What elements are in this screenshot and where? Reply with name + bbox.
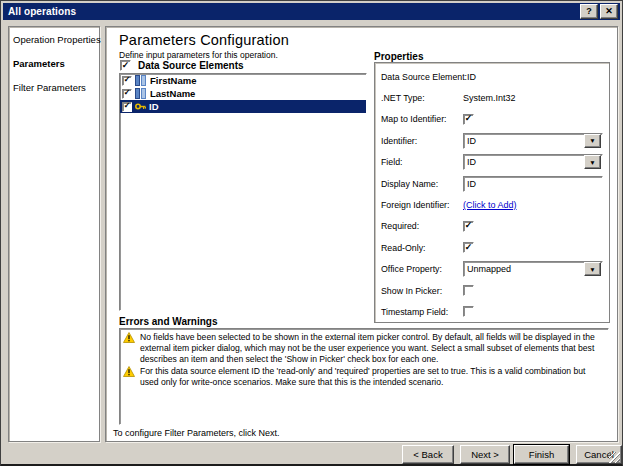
key-icon <box>135 101 146 112</box>
back-button[interactable]: < Back <box>402 445 454 464</box>
check-icon: ✓ <box>122 61 130 70</box>
read-only-checkbox[interactable]: ✓ <box>463 242 474 253</box>
warning-text: No fields have been selected to be shown… <box>140 332 604 365</box>
window-title: All operations <box>8 6 578 17</box>
tree-row-firstname[interactable]: ✓ FirstName <box>120 74 366 87</box>
dialog-window: All operations ? ✕ Operation Properties … <box>0 0 623 466</box>
next-button[interactable]: Next > <box>460 445 510 464</box>
chevron-down-icon[interactable]: ▼ <box>584 155 601 169</box>
required-checkbox[interactable]: ✓ <box>463 221 474 232</box>
timestamp-field-label: Timestamp Field: <box>381 307 463 317</box>
required-label: Required: <box>381 221 463 231</box>
property-row-read-only: Read-Only: ✓ <box>381 237 603 258</box>
identifier-dropdown[interactable]: ID ▼ <box>463 133 603 149</box>
tree-item-label: ID <box>149 101 159 112</box>
tree-item-label: FirstName <box>150 75 196 86</box>
warning-item: No fields have been selected to be shown… <box>123 332 604 365</box>
sidebar-item-label: Filter Parameters <box>13 82 86 93</box>
property-row-display-name: Display Name: <box>381 173 603 194</box>
tree-row-id[interactable]: ✓ ID <box>120 100 366 113</box>
warning-icon <box>123 366 136 388</box>
check-icon: ✓ <box>124 102 131 110</box>
foreign-identifier-add-link[interactable]: (Click to Add) <box>463 200 517 210</box>
tree-row-lastname[interactable]: ✓ LastName <box>120 87 366 100</box>
data-source-elements-label: Data Source Elements <box>138 60 244 71</box>
properties-header: Properties <box>374 51 423 62</box>
check-icon: ✓ <box>124 76 131 84</box>
close-icon: ✕ <box>605 7 613 16</box>
field-label: Field: <box>381 157 463 167</box>
chevron-down-icon[interactable]: ▼ <box>584 134 601 148</box>
data-source-elements-list[interactable]: ✓ FirstName ✓ LastName ✓ ID <box>119 73 367 311</box>
page-subtitle: Define input parameters for this operati… <box>119 50 278 60</box>
read-only-label: Read-Only: <box>381 243 463 253</box>
field-dropdown[interactable]: ID ▼ <box>463 154 603 170</box>
office-property-dropdown-value: Unmapped <box>464 264 584 274</box>
help-button[interactable]: ? <box>580 4 598 19</box>
column-icon <box>135 88 147 99</box>
chevron-down-icon[interactable]: ▼ <box>584 262 601 276</box>
data-source-elements-checkbox[interactable]: ✓ <box>120 60 131 71</box>
sidebar-item-label: Operation Properties <box>13 34 101 45</box>
property-row-timestamp-field: Timestamp Field: ✓ <box>381 301 603 322</box>
show-in-picker-label: Show In Picker: <box>381 286 463 296</box>
check-icon: ✓ <box>465 221 473 230</box>
tree-item-checkbox[interactable]: ✓ <box>122 76 132 86</box>
property-row-foreign-identifier: Foreign Identifier: (Click to Add) <box>381 194 603 215</box>
tree-item-label: LastName <box>150 88 195 99</box>
property-row-required: Required: ✓ <box>381 216 603 237</box>
help-icon: ? <box>586 7 592 16</box>
show-in-picker-checkbox[interactable]: ✓ <box>463 285 474 296</box>
errors-and-warnings-list: No fields have been selected to be shown… <box>119 328 609 425</box>
close-button[interactable]: ✕ <box>600 4 618 19</box>
footer-hint: To configure Filter Parameters, click Ne… <box>113 428 280 438</box>
map-to-identifier-label: Map to Identifier: <box>381 114 463 124</box>
page-title: Parameters Configuration <box>119 32 289 48</box>
property-row-data-source-element: Data Source Element: ID <box>381 66 603 87</box>
warning-icon <box>123 332 136 365</box>
timestamp-field-checkbox[interactable]: ✓ <box>463 306 474 317</box>
data-source-elements-header: ✓ Data Source Elements <box>120 60 244 71</box>
property-row-field: Field: ID ▼ <box>381 152 603 173</box>
check-icon: ✓ <box>465 114 473 123</box>
net-type-label: .NET Type: <box>381 93 463 103</box>
main-content-panel: Parameters Configuration Define input pa… <box>105 26 618 442</box>
tree-item-checkbox[interactable]: ✓ <box>122 89 132 99</box>
errors-and-warnings-header: Errors and Warnings <box>119 316 218 327</box>
office-property-label: Office Property: <box>381 264 463 274</box>
column-icon <box>135 75 147 86</box>
display-name-label: Display Name: <box>381 179 463 189</box>
property-row-identifier: Identifier: ID ▼ <box>381 130 603 151</box>
data-source-element-value: ID <box>467 72 476 82</box>
properties-panel: Data Source Element: ID .NET Type: Syste… <box>374 62 610 323</box>
warning-item: For this data source element ID the 'rea… <box>123 366 604 388</box>
sidebar-item-label: Parameters <box>13 58 65 69</box>
wizard-steps-sidebar: Operation Properties Parameters Filter P… <box>8 26 100 442</box>
foreign-identifier-label: Foreign Identifier: <box>381 200 463 210</box>
map-to-identifier-checkbox[interactable]: ✓ <box>463 114 474 125</box>
warning-text: For this data source element ID the 'rea… <box>140 366 604 388</box>
identifier-dropdown-value: ID <box>464 136 584 146</box>
sidebar-item-parameters[interactable]: Parameters <box>9 45 99 69</box>
check-icon: ✓ <box>465 243 473 252</box>
title-bar[interactable]: All operations ? ✕ <box>3 3 620 20</box>
property-row-net-type: .NET Type: System.Int32 <box>381 87 603 108</box>
finish-button[interactable]: Finish <box>514 445 569 464</box>
check-icon: ✓ <box>124 89 131 97</box>
tree-item-checkbox[interactable]: ✓ <box>122 102 132 112</box>
resize-grip[interactable] <box>609 452 620 463</box>
sidebar-item-filter-parameters[interactable]: Filter Parameters <box>9 69 99 93</box>
property-row-map-to-identifier: Map to Identifier: ✓ <box>381 109 603 130</box>
office-property-dropdown[interactable]: Unmapped ▼ <box>463 261 603 277</box>
field-dropdown-value: ID <box>464 157 584 167</box>
property-row-show-in-picker: Show In Picker: ✓ <box>381 280 603 301</box>
sidebar-item-operation-properties[interactable]: Operation Properties <box>9 27 99 45</box>
display-name-input[interactable] <box>463 176 603 192</box>
data-source-element-label: Data Source Element: <box>381 72 467 82</box>
identifier-label: Identifier: <box>381 136 463 146</box>
net-type-value: System.Int32 <box>463 93 516 103</box>
property-row-office-property: Office Property: Unmapped ▼ <box>381 259 603 280</box>
